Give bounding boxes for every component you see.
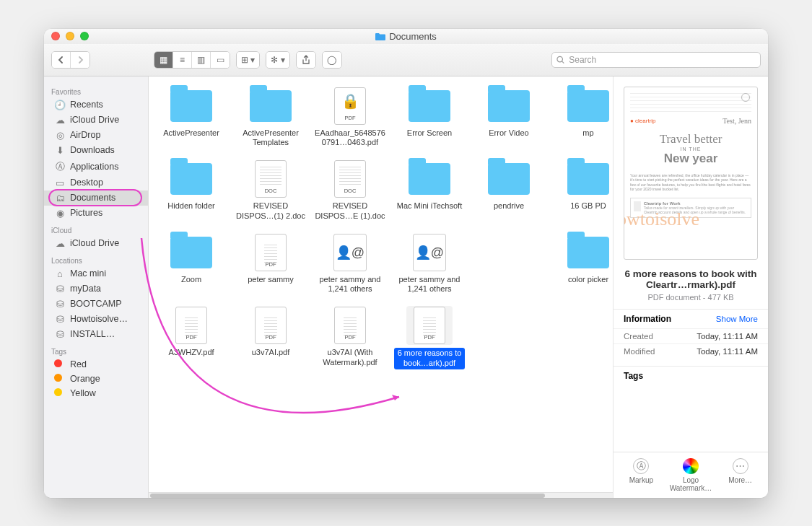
markup-icon: Ⓐ — [633, 458, 649, 474]
file-label: Error Screen — [407, 128, 452, 139]
finder-window: Documents ▦ ≡ ▥ ▭ ⊞ ▾ ✻ ▾ — [44, 29, 768, 498]
markup-action[interactable]: Ⓐ Markup — [616, 458, 666, 492]
sidebar-item-label: BOOTCAMP — [70, 299, 122, 309]
file-item[interactable]: PDFu3v7AI.pdf — [235, 306, 306, 369]
file-label: A3WHZV.pdf — [168, 348, 214, 358]
sidebar-item-yellow[interactable]: Yellow — [44, 386, 148, 400]
more-label: More… — [715, 476, 765, 484]
back-button[interactable] — [52, 52, 71, 68]
sidebar-item-mac-mini[interactable]: ⌂Mac mini — [44, 266, 148, 281]
toolbar: ▦ ≡ ▥ ▭ ⊞ ▾ ✻ ▾ ◯ — [44, 45, 768, 76]
horizontal-scrollbar[interactable] — [149, 492, 613, 498]
file-item[interactable]: PDFA3WHZV.pdf — [156, 306, 227, 369]
tags-button[interactable]: ◯ — [322, 51, 342, 69]
file-item[interactable]: color picker — [553, 233, 613, 295]
sidebar-item-desktop[interactable]: ▭Desktop — [44, 175, 148, 190]
sidebar-item-airdrop[interactable]: ◎AirDrop — [44, 128, 148, 143]
file-item[interactable]: 👤@peter sammy and 1,241 others — [394, 233, 465, 295]
file-item[interactable]: 🔒PDFEAadhaar_56485760791…0463.pdf — [315, 87, 385, 149]
close-button[interactable] — [51, 32, 60, 40]
file-item[interactable]: Error Screen — [394, 87, 465, 149]
sidebar-item-label: Howtoisolve… — [70, 314, 128, 324]
preview-thumbnail[interactable]: ● cleartrip Test, Jenn Travel better IN … — [624, 87, 758, 260]
more-icon: ⋯ — [733, 458, 748, 474]
created-label: Created — [624, 332, 653, 341]
file-label: ActivePresenter Templates — [235, 128, 306, 149]
sidebar-item-icon: 🕘 — [54, 100, 66, 110]
view-gallery-button[interactable]: ▭ — [211, 52, 230, 68]
sidebar-item-orange[interactable]: Orange — [44, 372, 148, 386]
sidebar-item-icon: ⛁ — [54, 299, 66, 310]
sidebar-item-recents[interactable]: 🕘Recents — [44, 97, 148, 113]
forward-button[interactable] — [71, 52, 90, 68]
file-item[interactable]: Hidden folder — [156, 159, 227, 222]
window-controls — [51, 32, 89, 40]
file-item[interactable]: 👤@peter sammy and 1,241 others — [315, 233, 385, 295]
group-by-button[interactable]: ⊞ ▾ — [236, 51, 260, 69]
sidebar-item-downloads[interactable]: ⬇︎Downloads — [44, 143, 148, 158]
tag-dot-icon — [54, 374, 66, 384]
sidebar-item-icloud-drive[interactable]: ☁︎iCloud Drive — [44, 113, 148, 128]
sidebar-item-documents[interactable]: 🗂Documents — [44, 190, 148, 206]
file-item[interactable]: PDF6 more reasons to book…ark).pdf — [394, 306, 465, 369]
file-item[interactable]: pendrive — [473, 159, 544, 222]
file-item[interactable]: 16 GB PD — [553, 159, 613, 222]
file-item[interactable]: PDFpeter sammy — [235, 233, 306, 295]
maximize-button[interactable] — [80, 32, 89, 40]
file-item[interactable]: DOCREVISED DISPOS…(1) 2.doc — [235, 159, 306, 222]
file-item[interactable]: Mac Mini iTechsoft — [394, 159, 465, 222]
file-item[interactable]: ActivePresenter — [156, 87, 227, 149]
sidebar-item-icloud-drive[interactable]: ☁︎iCloud Drive — [44, 236, 148, 251]
file-item[interactable]: PDFu3v7AI (With Watermark).pdf — [315, 306, 385, 369]
pdf-icon: 🔒PDF — [334, 87, 366, 125]
sidebar-item-label: Downloads — [70, 145, 115, 155]
sidebar-item-install-[interactable]: ⛁INSTALL… — [44, 327, 148, 342]
file-label: peter sammy and 1,241 others — [394, 275, 465, 295]
sidebar-item-pictures[interactable]: ◉Pictures — [44, 206, 148, 221]
file-item[interactable]: mp — [553, 87, 613, 149]
sidebar-item-red[interactable]: Red — [44, 357, 148, 372]
search-field[interactable] — [551, 52, 761, 68]
doc-icon: DOC — [334, 160, 366, 198]
sidebar-item-howtoisolve-[interactable]: ⛁Howtoisolve… — [44, 312, 148, 327]
preview-headline-1: Travel better — [630, 132, 751, 146]
file-label: Mac Mini iTechsoft — [397, 201, 462, 211]
sidebar-item-label: Desktop — [70, 177, 103, 188]
preview-kind: PDF document - 477 KB — [614, 293, 768, 302]
view-icons-button[interactable]: ▦ — [154, 52, 173, 68]
contact-icon: 👤@ — [333, 234, 367, 271]
search-input[interactable] — [569, 55, 756, 65]
pdf-icon: PDF — [334, 307, 366, 344]
doc-icon: DOC — [255, 160, 287, 198]
file-item[interactable]: DOCREVISED DISPOS…E (1).doc — [315, 159, 385, 222]
view-list-button[interactable]: ≡ — [173, 52, 192, 68]
file-item[interactable]: ActivePresenter Templates — [235, 87, 306, 149]
view-columns-button[interactable]: ▥ — [192, 52, 211, 68]
pdf-icon: PDF — [255, 307, 287, 344]
folder-icon — [170, 163, 212, 195]
show-more-link[interactable]: Show More — [716, 315, 758, 323]
folder-icon — [567, 237, 609, 268]
minimize-button[interactable] — [66, 32, 74, 40]
info-section-label: Information — [624, 314, 671, 324]
logo-watermark-action[interactable]: Logo Watermark… — [666, 458, 716, 492]
file-label: ActivePresenter — [163, 128, 219, 139]
file-label: Zoom — [181, 275, 201, 285]
file-item[interactable]: Error Video — [473, 87, 544, 149]
preview-brand: cleartrip — [635, 118, 655, 124]
sidebar: Favorites🕘Recents☁︎iCloud Drive◎AirDrop⬇… — [44, 76, 149, 498]
share-button[interactable] — [296, 51, 316, 69]
more-action[interactable]: ⋯ More… — [715, 458, 765, 492]
action-menu-button[interactable]: ✻ ▾ — [266, 51, 289, 69]
preview-headline-2: IN THE — [630, 146, 751, 152]
preview-headline-3: New year — [630, 152, 751, 166]
file-label: color picker — [568, 275, 608, 285]
file-item[interactable]: Zoom — [156, 233, 227, 295]
contact-icon: 👤@ — [413, 234, 446, 271]
file-label: pendrive — [494, 201, 524, 211]
sidebar-item-applications[interactable]: ⒶApplications — [44, 158, 148, 175]
titlebar: Documents — [44, 29, 768, 45]
sidebar-item-mydata[interactable]: ⛁myData — [44, 281, 148, 297]
tag-dot-icon — [54, 388, 66, 398]
sidebar-item-bootcamp[interactable]: ⛁BOOTCAMP — [44, 297, 148, 312]
